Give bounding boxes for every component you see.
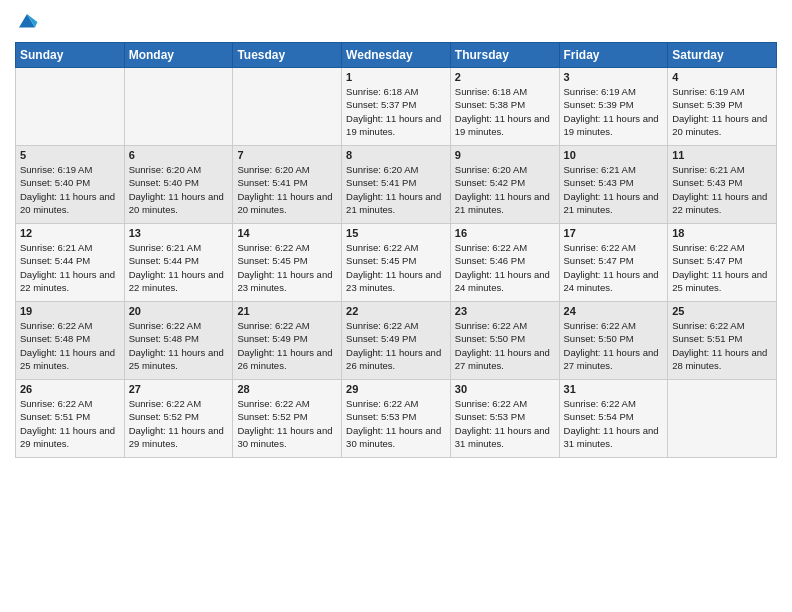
sunrise: Sunrise: 6:18 AM <box>455 86 527 97</box>
day-info: Sunrise: 6:21 AMSunset: 5:44 PMDaylight:… <box>20 241 120 294</box>
sunset: Sunset: 5:45 PM <box>346 255 416 266</box>
daylight: Daylight: 11 hours and 27 minutes. <box>564 347 659 371</box>
sunrise: Sunrise: 6:20 AM <box>129 164 201 175</box>
daylight: Daylight: 11 hours and 30 minutes. <box>237 425 332 449</box>
sunset: Sunset: 5:46 PM <box>455 255 525 266</box>
sunset: Sunset: 5:43 PM <box>672 177 742 188</box>
day-number: 22 <box>346 305 446 317</box>
day-info: Sunrise: 6:22 AMSunset: 5:47 PMDaylight:… <box>564 241 664 294</box>
daylight: Daylight: 11 hours and 22 minutes. <box>129 269 224 293</box>
day-number: 29 <box>346 383 446 395</box>
sunrise: Sunrise: 6:21 AM <box>129 242 201 253</box>
calendar-page: SundayMondayTuesdayWednesdayThursdayFrid… <box>0 0 792 612</box>
calendar-cell: 8Sunrise: 6:20 AMSunset: 5:41 PMDaylight… <box>342 146 451 224</box>
daylight: Daylight: 11 hours and 23 minutes. <box>237 269 332 293</box>
sunrise: Sunrise: 6:22 AM <box>346 320 418 331</box>
day-number: 28 <box>237 383 337 395</box>
calendar-cell: 13Sunrise: 6:21 AMSunset: 5:44 PMDayligh… <box>124 224 233 302</box>
sunset: Sunset: 5:50 PM <box>455 333 525 344</box>
day-info: Sunrise: 6:19 AMSunset: 5:39 PMDaylight:… <box>564 85 664 138</box>
sunrise: Sunrise: 6:22 AM <box>672 320 744 331</box>
sunrise: Sunrise: 6:20 AM <box>455 164 527 175</box>
weekday-header-sunday: Sunday <box>16 43 125 68</box>
daylight: Daylight: 11 hours and 21 minutes. <box>346 191 441 215</box>
calendar-cell: 6Sunrise: 6:20 AMSunset: 5:40 PMDaylight… <box>124 146 233 224</box>
calendar-week-3: 12Sunrise: 6:21 AMSunset: 5:44 PMDayligh… <box>16 224 777 302</box>
sunrise: Sunrise: 6:22 AM <box>20 320 92 331</box>
day-number: 14 <box>237 227 337 239</box>
weekday-header-monday: Monday <box>124 43 233 68</box>
day-number: 21 <box>237 305 337 317</box>
day-number: 31 <box>564 383 664 395</box>
day-number: 23 <box>455 305 555 317</box>
day-info: Sunrise: 6:22 AMSunset: 5:45 PMDaylight:… <box>346 241 446 294</box>
day-number: 26 <box>20 383 120 395</box>
day-number: 13 <box>129 227 229 239</box>
daylight: Daylight: 11 hours and 22 minutes. <box>20 269 115 293</box>
calendar-week-4: 19Sunrise: 6:22 AMSunset: 5:48 PMDayligh… <box>16 302 777 380</box>
day-number: 2 <box>455 71 555 83</box>
sunset: Sunset: 5:53 PM <box>346 411 416 422</box>
daylight: Daylight: 11 hours and 30 minutes. <box>346 425 441 449</box>
day-info: Sunrise: 6:22 AMSunset: 5:49 PMDaylight:… <box>346 319 446 372</box>
daylight: Daylight: 11 hours and 22 minutes. <box>672 191 767 215</box>
sunset: Sunset: 5:50 PM <box>564 333 634 344</box>
sunset: Sunset: 5:40 PM <box>129 177 199 188</box>
calendar-cell: 26Sunrise: 6:22 AMSunset: 5:51 PMDayligh… <box>16 380 125 458</box>
header <box>15 10 777 34</box>
sunrise: Sunrise: 6:22 AM <box>672 242 744 253</box>
day-info: Sunrise: 6:20 AMSunset: 5:42 PMDaylight:… <box>455 163 555 216</box>
day-info: Sunrise: 6:22 AMSunset: 5:53 PMDaylight:… <box>455 397 555 450</box>
sunset: Sunset: 5:39 PM <box>672 99 742 110</box>
day-number: 7 <box>237 149 337 161</box>
daylight: Daylight: 11 hours and 20 minutes. <box>20 191 115 215</box>
day-number: 4 <box>672 71 772 83</box>
sunrise: Sunrise: 6:21 AM <box>20 242 92 253</box>
calendar-cell: 29Sunrise: 6:22 AMSunset: 5:53 PMDayligh… <box>342 380 451 458</box>
sunrise: Sunrise: 6:22 AM <box>564 320 636 331</box>
weekday-header-saturday: Saturday <box>668 43 777 68</box>
calendar-week-2: 5Sunrise: 6:19 AMSunset: 5:40 PMDaylight… <box>16 146 777 224</box>
calendar-cell: 7Sunrise: 6:20 AMSunset: 5:41 PMDaylight… <box>233 146 342 224</box>
daylight: Daylight: 11 hours and 21 minutes. <box>455 191 550 215</box>
daylight: Daylight: 11 hours and 25 minutes. <box>129 347 224 371</box>
day-info: Sunrise: 6:22 AMSunset: 5:48 PMDaylight:… <box>129 319 229 372</box>
day-number: 1 <box>346 71 446 83</box>
weekday-header-tuesday: Tuesday <box>233 43 342 68</box>
day-number: 11 <box>672 149 772 161</box>
sunrise: Sunrise: 6:22 AM <box>455 242 527 253</box>
sunrise: Sunrise: 6:22 AM <box>455 398 527 409</box>
sunset: Sunset: 5:51 PM <box>20 411 90 422</box>
calendar-cell: 27Sunrise: 6:22 AMSunset: 5:52 PMDayligh… <box>124 380 233 458</box>
daylight: Daylight: 11 hours and 25 minutes. <box>20 347 115 371</box>
calendar-cell: 5Sunrise: 6:19 AMSunset: 5:40 PMDaylight… <box>16 146 125 224</box>
day-number: 5 <box>20 149 120 161</box>
day-number: 16 <box>455 227 555 239</box>
sunrise: Sunrise: 6:22 AM <box>237 242 309 253</box>
sunset: Sunset: 5:44 PM <box>129 255 199 266</box>
weekday-header-thursday: Thursday <box>450 43 559 68</box>
day-info: Sunrise: 6:19 AMSunset: 5:40 PMDaylight:… <box>20 163 120 216</box>
daylight: Daylight: 11 hours and 27 minutes. <box>455 347 550 371</box>
daylight: Daylight: 11 hours and 25 minutes. <box>672 269 767 293</box>
day-number: 15 <box>346 227 446 239</box>
sunrise: Sunrise: 6:22 AM <box>237 398 309 409</box>
sunrise: Sunrise: 6:22 AM <box>20 398 92 409</box>
daylight: Daylight: 11 hours and 19 minutes. <box>455 113 550 137</box>
day-number: 24 <box>564 305 664 317</box>
day-info: Sunrise: 6:22 AMSunset: 5:51 PMDaylight:… <box>20 397 120 450</box>
sunset: Sunset: 5:54 PM <box>564 411 634 422</box>
day-info: Sunrise: 6:22 AMSunset: 5:54 PMDaylight:… <box>564 397 664 450</box>
day-number: 27 <box>129 383 229 395</box>
weekday-header-wednesday: Wednesday <box>342 43 451 68</box>
sunset: Sunset: 5:53 PM <box>455 411 525 422</box>
day-number: 9 <box>455 149 555 161</box>
weekday-header-row: SundayMondayTuesdayWednesdayThursdayFrid… <box>16 43 777 68</box>
calendar-table: SundayMondayTuesdayWednesdayThursdayFrid… <box>15 42 777 458</box>
day-info: Sunrise: 6:21 AMSunset: 5:43 PMDaylight:… <box>564 163 664 216</box>
day-info: Sunrise: 6:21 AMSunset: 5:43 PMDaylight:… <box>672 163 772 216</box>
day-info: Sunrise: 6:22 AMSunset: 5:51 PMDaylight:… <box>672 319 772 372</box>
sunset: Sunset: 5:43 PM <box>564 177 634 188</box>
calendar-cell: 30Sunrise: 6:22 AMSunset: 5:53 PMDayligh… <box>450 380 559 458</box>
calendar-cell <box>233 68 342 146</box>
